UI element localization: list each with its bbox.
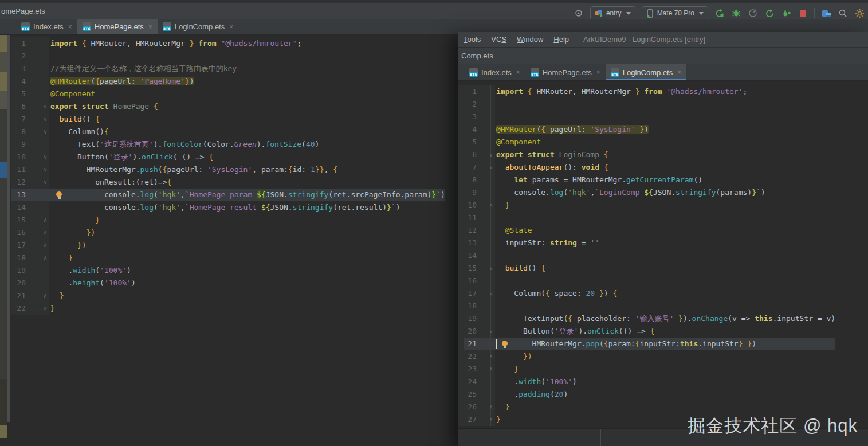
code-line-2[interactable]: 2: [11, 50, 445, 62]
code-line-16[interactable]: 16: [464, 275, 835, 287]
attach-debugger-button[interactable]: [781, 8, 791, 18]
line-number[interactable]: 22: [464, 350, 477, 363]
line-number[interactable]: 6: [464, 148, 477, 161]
code-line-5[interactable]: 5@Component: [464, 136, 835, 148]
fold-marker-icon[interactable]: ∨: [26, 176, 49, 189]
fold-marker-icon[interactable]: ∧: [477, 401, 495, 413]
tab-close-icon[interactable]: ×: [229, 23, 233, 31]
tab-index-ets[interactable]: ETSIndex.ets×: [464, 64, 525, 80]
line-number[interactable]: 11: [464, 212, 477, 224]
tab-close-icon[interactable]: ×: [148, 23, 152, 31]
line-number[interactable]: 18: [11, 252, 26, 264]
fold-marker-icon[interactable]: ∧: [26, 239, 49, 252]
code-line-19[interactable]: 19 TextInput({ placeholder: '输入账号' }).on…: [464, 312, 835, 325]
code-line-2[interactable]: 2: [464, 98, 835, 111]
line-number[interactable]: 10: [11, 151, 26, 163]
fold-marker-icon[interactable]: ∨: [477, 287, 495, 300]
line-number[interactable]: 2: [464, 98, 477, 111]
run-button[interactable]: [714, 8, 725, 18]
code-line-7[interactable]: 7∨ aboutToAppear(): void {: [464, 161, 835, 174]
code-line-23[interactable]: 23∧ }: [464, 363, 835, 375]
profiler-icon[interactable]: [748, 8, 758, 18]
line-number[interactable]: 24: [464, 375, 477, 388]
code-line-12[interactable]: 12 @State: [464, 224, 835, 237]
line-number[interactable]: 22: [11, 302, 26, 315]
code-line-15[interactable]: 15∨ build() {: [464, 262, 835, 275]
search-icon[interactable]: [838, 8, 848, 18]
tab-close-icon[interactable]: ×: [516, 68, 520, 76]
code-line-8[interactable]: 8 let params = HMRouterMgr.getCurrentPar…: [464, 174, 835, 186]
fold-marker-icon[interactable]: ∧: [26, 226, 49, 239]
tab-close-icon[interactable]: ×: [68, 23, 72, 31]
fold-marker-icon[interactable]: ∨: [477, 161, 495, 174]
code-line-3[interactable]: 3: [464, 111, 835, 123]
device-file-browser-icon[interactable]: [821, 8, 831, 18]
line-number[interactable]: 8: [11, 126, 26, 138]
line-number[interactable]: 14: [464, 249, 477, 262]
code-line-21[interactable]: 21 HMRouterMgr.pop({param:{inputStr:this…: [464, 338, 835, 350]
settings-gear-icon[interactable]: [854, 8, 865, 18]
line-number[interactable]: 9: [11, 138, 26, 151]
fold-marker-icon[interactable]: ∧: [26, 302, 49, 315]
fold-marker-icon[interactable]: ∧: [477, 413, 495, 426]
left-edge-scrollbar[interactable]: [7, 35, 10, 422]
code-line-6[interactable]: 6∨export struct LoginComp {: [464, 148, 835, 161]
code-line-1[interactable]: 1import { HMRouter, HMRouterMgr } from '…: [464, 85, 835, 98]
line-number[interactable]: 1: [464, 85, 477, 98]
fold-marker-icon[interactable]: ∨: [26, 126, 49, 138]
code-line-11[interactable]: 11∨ HMRouterMgr.push({pageUrl: 'SysLogin…: [11, 163, 445, 176]
code-line-20[interactable]: 20 .height('100%'): [11, 277, 445, 289]
code-line-10[interactable]: 10∧ }: [464, 199, 835, 212]
code-line-22[interactable]: 22∧ }): [464, 350, 835, 363]
fold-marker-icon[interactable]: ∨: [26, 163, 49, 176]
code-line-25[interactable]: 25 .padding(20): [464, 388, 835, 401]
line-number[interactable]: 18: [464, 300, 477, 312]
tab-index-ets[interactable]: ETSIndex.ets×: [16, 19, 77, 34]
menu-item-vcs[interactable]: VCS: [486, 35, 512, 44]
line-number[interactable]: 13: [464, 237, 477, 249]
code-line-13[interactable]: 13 inputStr: string = '': [464, 237, 835, 249]
code-line-14[interactable]: 14: [464, 249, 835, 262]
tab-homepage-ets[interactable]: ETSHomePage.ets×: [77, 19, 158, 34]
code-line-15[interactable]: 15∧ }: [11, 214, 445, 226]
tab-logincomp-ets[interactable]: ETSLoginComp.ets×: [606, 64, 686, 80]
line-number[interactable]: 11: [11, 163, 26, 176]
line-number[interactable]: 9: [464, 186, 477, 199]
fold-marker-icon[interactable]: ∧: [477, 199, 495, 212]
code-line-5[interactable]: 5@Component: [11, 88, 445, 100]
line-number[interactable]: 16: [464, 275, 477, 287]
code-line-4[interactable]: 4@HMRouter({ pageUrl: 'SysLogin' }): [464, 123, 835, 136]
locate-icon[interactable]: [574, 8, 584, 18]
fold-marker-icon[interactable]: ∨: [477, 262, 495, 275]
line-number[interactable]: 5: [464, 136, 477, 148]
line-number[interactable]: 21: [11, 289, 26, 302]
line-number[interactable]: 15: [464, 262, 477, 275]
fold-marker-icon[interactable]: ∨: [477, 148, 495, 161]
line-number[interactable]: 5: [11, 88, 26, 100]
stop-button[interactable]: [798, 8, 808, 18]
code-line-17[interactable]: 17∨ Column({ space: 20 }) {: [464, 287, 835, 300]
code-line-6[interactable]: 6∨export struct HomePage {: [11, 100, 445, 113]
code-line-9[interactable]: 9 Text('这是系统首页').fontColor(Color.Green).…: [11, 138, 445, 151]
line-number[interactable]: 26: [464, 401, 477, 413]
fold-marker-icon[interactable]: ∧: [477, 363, 495, 375]
line-number[interactable]: 23: [464, 363, 477, 375]
line-number[interactable]: 17: [11, 239, 26, 252]
code-line-20[interactable]: 20∨ Button('登录').onClick(() => {: [464, 325, 835, 338]
line-number[interactable]: 21: [464, 338, 477, 350]
line-number[interactable]: 15: [11, 214, 26, 226]
menu-item-window[interactable]: Window: [512, 35, 548, 44]
code-line-10[interactable]: 10∨ Button('登录').onClick( () => {: [11, 151, 445, 163]
fold-marker-icon[interactable]: ∧: [26, 214, 49, 226]
line-number[interactable]: 8: [464, 174, 477, 186]
debug-button[interactable]: [731, 8, 741, 18]
line-number[interactable]: 7: [11, 113, 26, 126]
fold-marker-icon[interactable]: ∨: [26, 100, 49, 113]
tab-homepage-ets[interactable]: ETSHomePage.ets×: [525, 64, 606, 80]
fold-marker-icon[interactable]: ∨: [477, 325, 495, 338]
line-number[interactable]: 4: [464, 123, 477, 136]
code-line-3[interactable]: 3//为组件定义一个名称，这个名称相当于路由表中的key: [11, 62, 445, 75]
line-number[interactable]: 3: [11, 62, 26, 75]
fold-marker-icon[interactable]: ∨: [26, 151, 49, 163]
run-config-selector[interactable]: entry: [590, 6, 635, 20]
